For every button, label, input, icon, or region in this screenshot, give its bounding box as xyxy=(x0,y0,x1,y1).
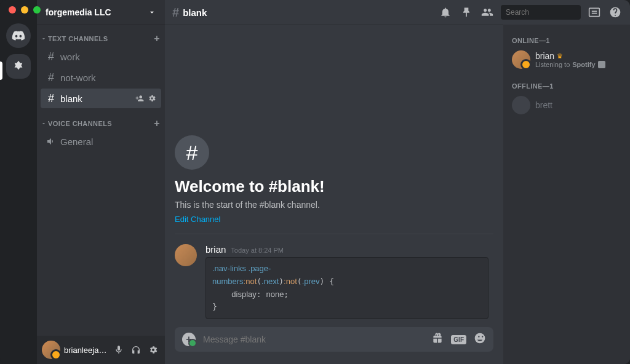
gift-button[interactable] xyxy=(431,332,444,347)
mic-button[interactable] xyxy=(112,343,126,357)
hash-icon: # xyxy=(46,71,57,84)
hash-icon: # xyxy=(46,50,57,63)
welcome-subtitle: This is the start of the #blank channel. xyxy=(175,200,493,210)
self-avatar[interactable] xyxy=(42,341,60,359)
channel-title: # blank xyxy=(172,6,207,20)
message-timestamp: Today at 8:24 PM xyxy=(231,247,284,254)
main-area: # blank # Welcome to #blank! This is the… xyxy=(165,0,630,364)
search-input[interactable] xyxy=(506,8,598,17)
window-traffic-lights[interactable] xyxy=(9,6,41,14)
message-list: # Welcome to #blank! This is the start o… xyxy=(165,25,503,327)
voice-channels-category[interactable]: VOICE CHANNELS + xyxy=(37,118,165,129)
chevron-down-icon xyxy=(41,121,47,127)
offline-header: OFFLINE—1 xyxy=(512,82,621,90)
notifications-button[interactable] xyxy=(438,5,453,20)
channel-label: blank xyxy=(60,93,132,104)
channel-label: General xyxy=(60,136,156,147)
divider xyxy=(175,234,493,234)
message-composer[interactable]: + GIF xyxy=(175,327,493,352)
message-author[interactable]: brian xyxy=(205,244,226,255)
gear-icon[interactable] xyxy=(148,94,156,103)
chat-area: # Welcome to #blank! This is the start o… xyxy=(165,25,503,364)
rich-presence-icon xyxy=(598,61,605,68)
self-username[interactable]: brianleejack... xyxy=(64,346,108,355)
member-name: brett xyxy=(535,100,552,110)
search-box[interactable] xyxy=(501,5,581,20)
window-close-button[interactable] xyxy=(9,6,16,14)
channel-not-work[interactable]: # not-work xyxy=(41,68,161,87)
message-input[interactable] xyxy=(203,334,424,344)
online-header: ONLINE—1 xyxy=(512,37,621,44)
server-name: forgemedia LLC xyxy=(46,7,111,17)
code-block: .nav-links .page- numbers:not(.next):not… xyxy=(205,257,488,319)
create-channel-button[interactable]: + xyxy=(154,33,160,44)
category-label: VOICE CHANNELS xyxy=(48,120,112,127)
settings-button[interactable] xyxy=(146,343,160,357)
text-channels-category[interactable]: TEXT CHANNELS + xyxy=(37,33,165,44)
hash-icon: # xyxy=(46,92,57,105)
voice-general[interactable]: General xyxy=(41,132,161,151)
channel-topbar: # blank xyxy=(165,0,630,25)
guild-list xyxy=(0,0,37,364)
chevron-down-icon xyxy=(41,36,47,42)
speaker-icon xyxy=(46,136,57,146)
member-status: Listening to Spotify xyxy=(535,61,605,68)
hash-icon: # xyxy=(172,6,179,20)
window-zoom-button[interactable] xyxy=(33,6,41,14)
emoji-button[interactable] xyxy=(474,332,486,347)
window-minimize-button[interactable] xyxy=(21,6,28,14)
crown-icon: ♛ xyxy=(557,52,563,60)
welcome-title: Welcome to #blank! xyxy=(175,177,493,196)
server-icon xyxy=(12,60,25,73)
channel-label: not-work xyxy=(60,73,156,83)
message: brian Today at 8:24 PM .nav-links .page-… xyxy=(175,244,493,319)
welcome-hash-icon: # xyxy=(175,135,209,170)
create-voice-channel-button[interactable]: + xyxy=(154,118,160,129)
pinned-messages-button[interactable] xyxy=(459,5,474,20)
member-avatar xyxy=(512,50,530,69)
member-brett[interactable]: brett xyxy=(508,93,625,117)
guild-selection-pill xyxy=(0,61,2,80)
member-brian[interactable]: brian ♛ Listening to Spotify xyxy=(508,48,625,71)
server-header[interactable]: forgemedia LLC xyxy=(37,0,165,25)
guild-forgemedia[interactable] xyxy=(6,54,31,79)
inbox-button[interactable] xyxy=(587,5,602,20)
headphones-button[interactable] xyxy=(129,343,143,357)
discord-logo-icon xyxy=(12,29,25,42)
edit-channel-link[interactable]: Edit Channel xyxy=(175,215,493,224)
member-avatar xyxy=(512,96,530,114)
home-button[interactable] xyxy=(6,23,31,48)
add-attachment-button[interactable]: + xyxy=(182,333,196,346)
channel-blank[interactable]: # blank xyxy=(41,89,161,108)
channel-sidebar: forgemedia LLC TEXT CHANNELS + # work # … xyxy=(37,0,165,364)
invite-icon[interactable] xyxy=(135,94,144,103)
gif-button[interactable]: GIF xyxy=(451,335,466,344)
user-panel: brianleejack... xyxy=(37,336,165,364)
message-avatar[interactable] xyxy=(175,244,197,266)
channel-work[interactable]: # work xyxy=(41,47,161,66)
category-label: TEXT CHANNELS xyxy=(48,35,108,42)
help-button[interactable] xyxy=(608,5,623,20)
member-name: brian xyxy=(535,51,554,61)
member-list: ONLINE—1 brian ♛ Listening to Spotify xyxy=(503,25,630,364)
channel-name: blank xyxy=(183,7,207,18)
member-list-button[interactable] xyxy=(480,5,495,20)
chevron-down-icon xyxy=(148,8,156,17)
channel-label: work xyxy=(60,52,156,62)
